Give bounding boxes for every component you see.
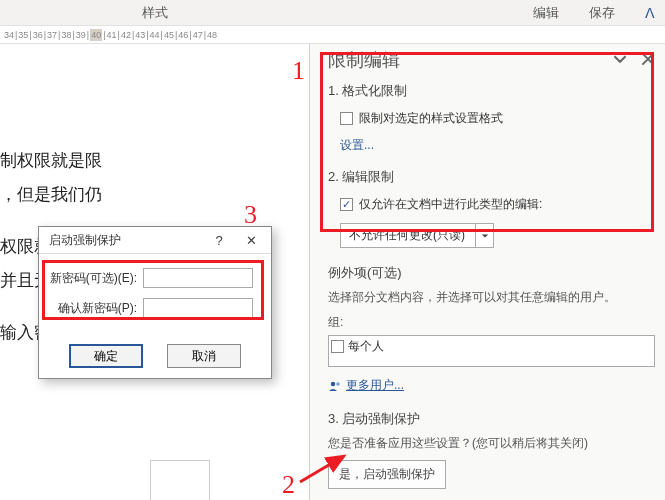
cancel-button[interactable]: 取消 <box>167 344 241 368</box>
svg-line-2 <box>300 456 344 482</box>
annotation-arrow-icon <box>296 448 356 488</box>
format-restrict-label: 限制对选定的样式设置格式 <box>359 110 503 127</box>
restrict-editing-panel: 限制编辑 1. 格式化限制 限制对选定的样式设置格式 设置... 2. 编辑限制… <box>310 44 665 500</box>
ribbon-group-style: 样式 <box>0 0 310 25</box>
annotation-number-1: 1 <box>292 56 305 86</box>
ok-button[interactable]: 确定 <box>69 344 143 368</box>
doc-line: 制权限就是限 <box>0 144 102 178</box>
svg-point-0 <box>331 381 335 385</box>
panel-dropdown-icon[interactable] <box>613 52 627 69</box>
group-label: 组: <box>328 314 655 331</box>
section3-title: 3. 启动强制保护 <box>328 410 655 428</box>
dialog-close-button[interactable]: ✕ <box>237 230 265 250</box>
edit-type-dropdown[interactable]: 不允许任何更改(只读) <box>340 223 476 248</box>
ribbon-group-save: 保存 <box>589 4 615 22</box>
format-restrict-checkbox[interactable] <box>340 112 353 125</box>
panel-title: 限制编辑 <box>328 48 400 72</box>
user-icon <box>328 380 342 392</box>
group-everyone-label: 每个人 <box>348 338 384 355</box>
ribbon-group-edit: 编辑 <box>533 4 559 22</box>
exceptions-desc: 选择部分文档内容，并选择可以对其任意编辑的用户。 <box>328 288 655 306</box>
group-everyone-checkbox[interactable] <box>331 340 344 353</box>
enforce-protection-dialog: 启动强制保护 ? ✕ 新密码(可选)(E): 确认新密码(P): 确定 取消 <box>38 226 272 379</box>
panel-close-icon[interactable] <box>641 52 655 69</box>
group-listbox[interactable]: 每个人 <box>328 335 655 367</box>
password-input[interactable] <box>143 268 253 288</box>
edit-restrict-checkbox[interactable] <box>340 198 353 211</box>
settings-link[interactable]: 设置... <box>340 137 655 154</box>
annotation-number-2: 2 <box>282 470 295 500</box>
section3-desc: 您是否准备应用这些设置？(您可以稍后将其关闭) <box>328 434 655 452</box>
password-label: 新密码(可选)(E): <box>49 270 137 287</box>
exceptions-title: 例外项(可选) <box>328 264 655 282</box>
ribbon-collapse-icon[interactable]: ᐱ <box>645 5 655 21</box>
more-users-link[interactable]: 更多用户... <box>328 377 655 394</box>
section2-title: 2. 编辑限制 <box>328 168 655 186</box>
confirm-password-input[interactable] <box>143 298 253 318</box>
annotation-number-3: 3 <box>244 200 257 230</box>
ruler: 34|35|36|37|38|39|40|41|42|43|44|45|46|4… <box>0 26 665 44</box>
section1-title: 1. 格式化限制 <box>328 82 655 100</box>
dialog-help-button[interactable]: ? <box>205 230 233 250</box>
edit-restrict-label: 仅允许在文档中进行此类型的编辑: <box>359 196 542 213</box>
dropdown-arrow-icon[interactable] <box>476 223 494 248</box>
svg-point-1 <box>336 382 340 386</box>
doc-line: ，但是我们仍 <box>0 178 102 212</box>
confirm-password-label: 确认新密码(P): <box>49 300 137 317</box>
dialog-title: 启动强制保护 <box>49 232 121 249</box>
page-break <box>150 460 210 500</box>
